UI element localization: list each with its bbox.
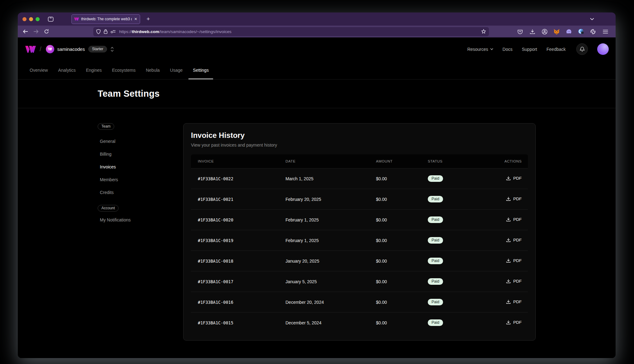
- downloads-icon[interactable]: [528, 27, 536, 36]
- tab-engines[interactable]: Engines: [81, 61, 106, 79]
- tab-ecosystems[interactable]: Ecosystems: [108, 61, 140, 79]
- column-amount: AMOUNT: [369, 159, 421, 163]
- download-pdf-button[interactable]: PDF: [506, 197, 522, 201]
- thirdweb-logo[interactable]: [25, 46, 36, 53]
- download-pdf-button[interactable]: PDF: [506, 238, 522, 242]
- sidebar-item-credits[interactable]: Credits: [98, 186, 183, 199]
- actions-cell: PDF: [488, 238, 528, 243]
- close-window-button[interactable]: [22, 17, 27, 21]
- sidebar-group-account-badge: Account: [98, 205, 119, 211]
- sidebar-item-members[interactable]: Members: [98, 173, 183, 186]
- menu-hamburger-icon[interactable]: [601, 27, 609, 36]
- actions-cell: PDF: [488, 258, 528, 264]
- breadcrumb-separator: /: [40, 46, 41, 53]
- invoice-amount: $0.00: [369, 300, 421, 305]
- forward-icon[interactable]: [32, 27, 40, 36]
- status-badge: Paid: [428, 175, 443, 182]
- invoice-date: February 1, 2025: [279, 217, 369, 222]
- tracking-protection-shield-icon[interactable]: [96, 29, 101, 34]
- actions-cell: PDF: [488, 176, 528, 182]
- minimize-window-button[interactable]: [29, 17, 33, 21]
- invoice-date: March 1, 2025: [279, 176, 369, 181]
- tab-settings[interactable]: Settings: [188, 61, 213, 79]
- tab-close-icon[interactable]: ✕: [134, 17, 137, 21]
- download-pdf-button[interactable]: PDF: [506, 176, 522, 181]
- metamask-icon[interactable]: [553, 27, 561, 36]
- page-title: Team Settings: [98, 89, 536, 99]
- list-all-tabs-chevron-icon[interactable]: [588, 15, 596, 23]
- new-tab-button[interactable]: +: [144, 15, 153, 23]
- tab-title: thirdweb: The complete web3 d: [81, 17, 132, 21]
- docs-link[interactable]: Docs: [503, 47, 513, 52]
- bookmark-star-icon[interactable]: [481, 29, 486, 34]
- firefox-view-icon[interactable]: [46, 15, 55, 23]
- invoice-amount: $0.00: [369, 197, 421, 202]
- phantom-icon[interactable]: [565, 27, 573, 36]
- download-icon: [506, 217, 511, 222]
- tab-usage[interactable]: Usage: [166, 61, 187, 79]
- feedback-link[interactable]: Feedback: [547, 47, 566, 52]
- extensions-puzzle-icon[interactable]: [589, 27, 597, 36]
- invoice-date: January 5, 2025: [279, 279, 369, 284]
- tab-nebula[interactable]: Nebula: [141, 61, 164, 79]
- connection-lock-icon[interactable]: [104, 29, 108, 34]
- url-text[interactable]: https://thirdweb.com/team/saminacodes/~/…: [119, 29, 479, 34]
- url-bar[interactable]: https://thirdweb.com/team/saminacodes/~/…: [93, 27, 489, 36]
- status-cell: Paid: [421, 278, 488, 285]
- back-icon[interactable]: [21, 27, 30, 36]
- permissions-toggle-icon[interactable]: [110, 30, 116, 33]
- reload-icon[interactable]: [42, 27, 51, 36]
- invoice-number: #1F33BA1C-0016: [191, 300, 279, 305]
- settings-sidebar: Team General Billing Invoices Members Cr…: [98, 123, 183, 226]
- sidebar-item-my-notifications[interactable]: My Notifications: [98, 213, 183, 226]
- team-name[interactable]: saminacodes: [57, 46, 85, 52]
- invoice-date: January 20, 2025: [279, 259, 369, 264]
- plan-badge: Starter: [88, 46, 107, 52]
- status-cell: Paid: [421, 319, 488, 326]
- download-icon: [506, 279, 511, 284]
- browser-tab[interactable]: thirdweb: The complete web3 d ✕: [71, 14, 140, 24]
- card-title: Invoice History: [191, 131, 528, 140]
- download-icon: [506, 197, 511, 201]
- download-pdf-button[interactable]: PDF: [506, 320, 522, 325]
- account-icon[interactable]: [540, 27, 549, 36]
- team-switcher-chevrons-icon[interactable]: [110, 47, 114, 52]
- user-avatar[interactable]: [597, 43, 609, 55]
- card-subtitle: View your past invoices and payment hist…: [191, 143, 528, 148]
- invoice-number: #1F33BA1C-0019: [191, 238, 279, 243]
- table-row: #1F33BA1C-0015 December 5, 2024 $0.00 Pa…: [191, 312, 528, 333]
- actions-cell: PDF: [488, 299, 528, 305]
- download-pdf-button[interactable]: PDF: [506, 299, 522, 304]
- url-domain: thirdweb.com: [132, 29, 159, 34]
- actions-cell: PDF: [488, 320, 528, 326]
- download-icon: [506, 258, 511, 263]
- sidebar-item-billing[interactable]: Billing: [98, 148, 183, 160]
- resources-menu[interactable]: Resources: [467, 47, 493, 52]
- status-cell: Paid: [421, 196, 488, 202]
- team-avatar[interactable]: [46, 45, 54, 53]
- notifications-bell-icon[interactable]: [576, 43, 588, 55]
- zoom-window-button[interactable]: [36, 17, 40, 21]
- download-pdf-button[interactable]: PDF: [506, 217, 522, 222]
- status-badge: Paid: [428, 258, 443, 264]
- pocket-icon[interactable]: [516, 27, 524, 36]
- tab-overview[interactable]: Overview: [25, 61, 52, 79]
- invoice-amount: $0.00: [369, 217, 421, 222]
- status-cell: Paid: [421, 258, 488, 264]
- tab-analytics[interactable]: Analytics: [54, 61, 80, 79]
- download-icon: [506, 299, 511, 304]
- sidebar-item-invoices[interactable]: Invoices: [98, 160, 183, 173]
- status-cell: Paid: [421, 299, 488, 305]
- download-pdf-button[interactable]: PDF: [506, 279, 522, 284]
- sidebar-item-general[interactable]: General: [98, 135, 183, 148]
- invoice-number: #1F33BA1C-0017: [191, 279, 279, 284]
- status-badge: Paid: [428, 237, 443, 244]
- invoice-number: #1F33BA1C-0022: [191, 176, 279, 181]
- invoice-date: December 20, 2024: [279, 300, 369, 305]
- support-link[interactable]: Support: [522, 47, 537, 52]
- column-invoice: INVOICE: [191, 159, 279, 163]
- download-pdf-button[interactable]: PDF: [506, 258, 522, 263]
- table-header-row: INVOICE DATE AMOUNT STATUS ACTIONS: [191, 154, 528, 168]
- password-manager-icon[interactable]: [577, 27, 585, 36]
- invoice-history-card: Invoice History View your past invoices …: [183, 123, 536, 341]
